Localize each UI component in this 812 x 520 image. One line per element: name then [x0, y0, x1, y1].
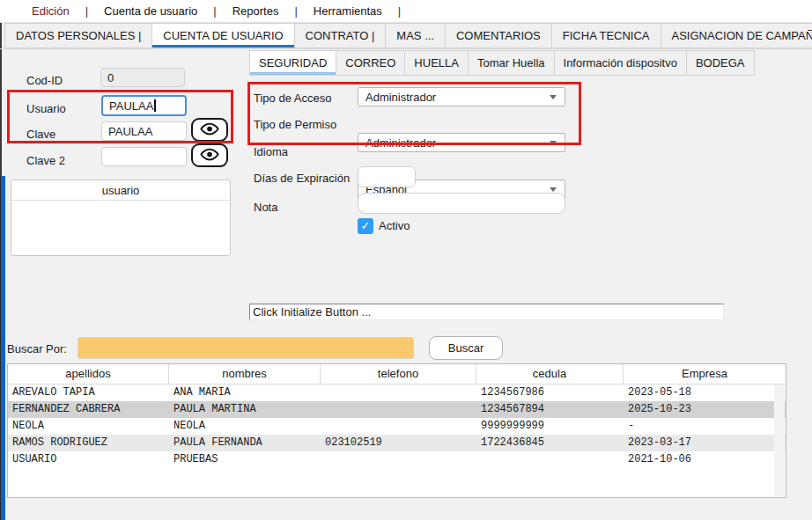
table-header-row: apellidos nombres telefono cedula Empres… — [8, 364, 786, 385]
table-row[interactable]: NEOLA NEOLA 9999999999 - — [8, 418, 786, 435]
security-subtabbar: SEGURIDAD CORREO HUELLA Tomar Huella Inf… — [249, 50, 755, 76]
tab-asignacion-de-campanas[interactable]: ASIGNACION DE CAMPAÑAS — [661, 23, 812, 48]
clave2-label: Clave 2 — [26, 154, 65, 167]
cell-telefono — [321, 385, 476, 401]
cell-telefono — [321, 418, 476, 435]
dias-expiracion-label: Días de Expiración — [254, 172, 350, 185]
tab-datos-personales[interactable]: DATOS PERSONALES | — [4, 23, 152, 48]
subtab-tomar-huella[interactable]: Tomar Huella — [468, 50, 555, 76]
subtab-informacion-dispositivo[interactable]: Información dispositvo — [554, 50, 687, 76]
chevron-down-icon — [550, 141, 557, 145]
cell-empresa: 2023-03-17 — [624, 435, 786, 451]
chevron-down-icon — [550, 187, 557, 192]
tab-comentarios[interactable]: COMENTARIOS — [445, 23, 552, 48]
buscar-button-label: Buscar — [448, 341, 484, 355]
cell-apellidos: USUARIO — [8, 451, 169, 468]
column-header-nombres[interactable]: nombres — [169, 364, 321, 384]
menu-reportes[interactable]: Reportes — [227, 4, 284, 18]
activo-label: Activo — [379, 219, 410, 232]
tab-mas[interactable]: MAS ... — [385, 23, 446, 48]
cod-id-value: 0 — [107, 71, 114, 84]
tipo-permiso-select[interactable]: Administrador — [358, 133, 565, 152]
cell-telefono — [321, 401, 476, 418]
cell-empresa: - — [624, 418, 786, 435]
show-clave2-button[interactable] — [191, 143, 228, 167]
tab-ficha-tecnica[interactable]: FICHA TECNICA — [551, 23, 661, 48]
subtab-correo[interactable]: CORREO — [336, 50, 405, 76]
cell-nombres: PAULA FERNANDA — [169, 435, 321, 451]
table-row[interactable]: AREVALO TAPIA ANA MARIA 1234567986 2023-… — [8, 385, 786, 401]
show-clave-button[interactable] — [191, 118, 228, 142]
cell-nombres: ANA MARIA — [169, 385, 321, 401]
clave-value: PAULAA — [108, 125, 152, 138]
dias-expiracion-input[interactable] — [358, 166, 416, 187]
results-table: apellidos nombres telefono cedula Empres… — [7, 363, 786, 498]
usuario-listbox-header: usuario — [11, 180, 230, 201]
usuario-value: PAULAA — [109, 99, 153, 113]
tab-cuenta-de-usuario[interactable]: CUENTA DE USUARIO — [151, 23, 294, 48]
tipo-acceso-value: Administrador — [365, 91, 436, 104]
window-edge-blue-bottom — [0, 176, 5, 520]
cod-id-field: 0 — [100, 68, 185, 87]
text-caret — [154, 99, 156, 112]
check-icon: ✓ — [361, 219, 371, 232]
column-header-telefono[interactable]: telefono — [321, 364, 476, 384]
menu-herramientas[interactable]: Herramientas — [308, 4, 388, 18]
cell-cedula — [476, 451, 624, 468]
cell-nombres: PAULA MARTINA — [169, 401, 321, 418]
menu-separator: | — [85, 4, 88, 18]
buscar-por-label: Buscar Por: — [7, 342, 67, 355]
subtab-seguridad[interactable]: SEGURIDAD — [249, 50, 336, 76]
table-row[interactable]: USUARIO PRUEBAS 2021-10-06 — [8, 451, 786, 468]
tipo-acceso-select[interactable]: Administrador — [358, 87, 565, 106]
eye-icon — [200, 148, 219, 164]
clave-input[interactable]: PAULAA — [101, 121, 187, 141]
column-header-empresa[interactable]: Empresa — [624, 364, 786, 384]
usuario-listbox[interactable]: usuario — [11, 179, 231, 256]
main-tabbar: DATOS PERSONALES | CUENTA DE USUARIO CON… — [0, 23, 812, 49]
cell-apellidos: FERNANDEZ CABRERA — [8, 401, 169, 418]
cell-empresa: 2025-10-23 — [624, 401, 786, 418]
cell-empresa: 2023-05-18 — [624, 385, 786, 401]
cell-telefono: 023102519 — [321, 435, 476, 451]
cell-cedula: 1234567986 — [476, 385, 624, 401]
menu-edicion[interactable]: Edición — [26, 4, 75, 18]
tab-contrato[interactable]: CONTRATO | — [294, 23, 387, 48]
chevron-down-icon — [550, 95, 557, 99]
table-row-selected[interactable]: FERNANDEZ CABRERA PAULA MARTINA 12345678… — [8, 401, 786, 418]
tipo-permiso-value: Administrador — [365, 136, 436, 150]
cell-empresa: 2021-10-06 — [624, 451, 786, 468]
table-row[interactable]: RAMOS RODRIGUEZ PAULA FERNANDA 023102519… — [8, 435, 786, 451]
cell-nombres: PRUEBAS — [169, 451, 321, 468]
subtab-huella[interactable]: HUELLA — [404, 50, 469, 76]
cell-cedula: 1234567894 — [476, 401, 624, 418]
menu-bar: Edición | Cuenta de usuario | Reportes |… — [0, 0, 812, 23]
activo-checkbox[interactable]: ✓ — [358, 218, 373, 234]
nota-label: Nota — [254, 201, 277, 214]
column-header-cedula[interactable]: cedula — [476, 364, 624, 384]
cell-apellidos: RAMOS RODRIGUEZ — [8, 435, 169, 451]
menu-cuenta-de-usuario[interactable]: Cuenta de usuario — [99, 4, 203, 18]
cell-cedula: 1722436845 — [476, 435, 624, 451]
cell-cedula: 9999999999 — [476, 418, 624, 435]
tipo-permiso-label: Tipo de Permiso — [254, 118, 336, 131]
cell-nombres: NEOLA — [169, 418, 321, 435]
clave2-input[interactable] — [101, 147, 187, 166]
status-message: Click Initialize Button ... — [249, 304, 724, 320]
menu-separator: | — [294, 4, 297, 18]
menu-separator: | — [398, 4, 401, 18]
search-input[interactable] — [78, 337, 414, 359]
subtab-bodega[interactable]: BODEGA — [686, 50, 755, 76]
idioma-label: Idioma — [254, 145, 288, 158]
column-header-apellidos[interactable]: apellidos — [8, 364, 169, 384]
cell-apellidos: AREVALO TAPIA — [8, 385, 169, 401]
cod-id-label: Cod-ID — [26, 74, 63, 87]
usuario-input[interactable]: PAULAA — [101, 95, 187, 116]
buscar-button[interactable]: Buscar — [429, 336, 503, 360]
nota-input[interactable] — [358, 193, 565, 214]
usuario-label: Usuario — [26, 102, 66, 115]
eye-icon — [200, 122, 219, 138]
clave-label: Clave — [26, 128, 55, 141]
table-scrollbar[interactable] — [774, 385, 785, 496]
cell-apellidos: NEOLA — [8, 418, 169, 435]
